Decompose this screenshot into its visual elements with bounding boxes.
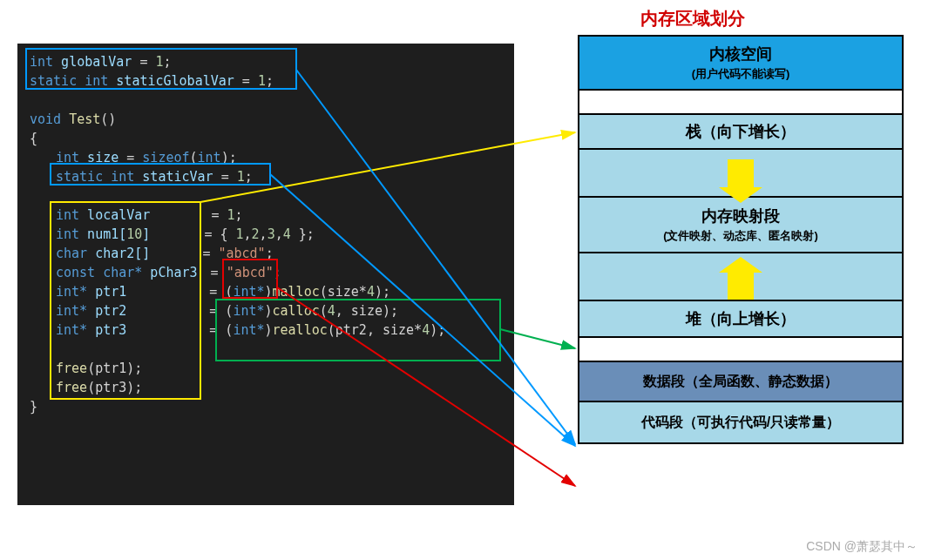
op: = (242, 73, 258, 89)
op: ; (234, 207, 242, 223)
num: 1 (237, 169, 245, 185)
op: = (211, 207, 227, 223)
op: (ptr3); (87, 380, 142, 395)
fn: malloc (273, 284, 320, 300)
num: 10 (126, 226, 142, 242)
num: 4 (283, 226, 291, 242)
kw: int* (56, 322, 87, 338)
kw: int (30, 54, 53, 70)
mem-kernel: 内核空间 (用户代码不能读写) (579, 37, 902, 91)
op: ; (266, 246, 274, 261)
op: , (244, 226, 252, 242)
kw: int* (233, 303, 264, 319)
brace: } (30, 399, 37, 415)
id: ptr2 (87, 303, 126, 319)
id: num1[ (79, 226, 126, 242)
op: = (202, 246, 218, 261)
mem-stack: 栈（向下增长） (579, 115, 902, 150)
mem-stack-arrow (579, 150, 902, 198)
memory-layout: 内核空间 (用户代码不能读写) 栈（向下增长） 内存映射段 (文件映射、动态库、… (578, 35, 904, 444)
op: ( (190, 150, 198, 165)
kw: int (198, 150, 221, 165)
op: ; (164, 54, 172, 70)
op: (size* (320, 284, 367, 300)
kw: int (56, 207, 79, 223)
heap-label: 堆（向上增长） (686, 308, 796, 329)
id: size (79, 150, 126, 165)
arrow-up-icon (728, 269, 754, 300)
kw: void (30, 111, 69, 127)
op: ); (375, 284, 390, 300)
op: = ( (209, 303, 233, 319)
code-panel: int globalVar = 1; static int staticGlob… (17, 44, 514, 505)
kw: static int (30, 73, 108, 89)
op: ) (265, 322, 273, 338)
op: = ( (209, 284, 233, 300)
id: globalVar (53, 54, 139, 70)
kw: sizeof (142, 150, 189, 165)
kw: int (56, 226, 79, 242)
num: 1 (258, 73, 266, 89)
op: , (275, 226, 283, 242)
op: ; (274, 265, 281, 280)
mem-mmap: 内存映射段 (文件映射、动态库、匿名映射) (579, 198, 902, 253)
num: 2 (252, 226, 260, 242)
watermark: CSDN @萧瑟其中～ (806, 539, 918, 555)
kw: int* (233, 284, 264, 300)
arrow-down-icon (728, 159, 754, 191)
op: (ptr2, size* (328, 322, 422, 338)
kw: static int (56, 169, 134, 185)
op: }; (291, 226, 315, 242)
op: = (211, 265, 227, 280)
kw: int* (56, 284, 87, 300)
kw: int* (56, 303, 87, 319)
op: ) (265, 303, 273, 319)
mem-gap2 (579, 338, 902, 362)
kernel-label: 内核空间 (709, 44, 772, 64)
fn: calloc (273, 303, 320, 319)
num: 4 (367, 284, 375, 300)
op: ) (265, 284, 273, 300)
op: = (221, 169, 237, 185)
kw: const char* (56, 265, 142, 280)
mem-gap (579, 91, 902, 115)
kw: char (56, 246, 87, 261)
kw: int (56, 150, 79, 165)
id: staticVar (134, 169, 220, 185)
str: "abcd" (227, 265, 274, 280)
str: "abcd" (218, 246, 265, 261)
op: , (260, 226, 268, 242)
num: 3 (268, 226, 275, 242)
op: ( (320, 303, 328, 319)
mem-heap-arrow (579, 253, 902, 301)
fn: free (56, 361, 87, 376)
id: staticGlobalVar (108, 73, 242, 89)
op: ; (245, 169, 253, 185)
id: pChar3 (142, 265, 197, 280)
fn: free (56, 380, 87, 395)
op: () (100, 111, 116, 127)
diagram-title: 内存区域划分 (640, 7, 745, 30)
mem-heap: 堆（向上增长） (579, 301, 902, 338)
id: ptr3 (87, 322, 126, 338)
op: = ( (209, 322, 233, 338)
fn: realloc (273, 322, 328, 338)
id: char2[] (87, 246, 150, 261)
brace: { (30, 131, 37, 146)
data-label: 数据段（全局函数、静态数据） (643, 373, 838, 391)
op: , size); (335, 303, 398, 319)
num: 1 (156, 54, 164, 70)
mem-data: 数据段（全局函数、静态数据） (579, 362, 902, 402)
op: ); (430, 322, 445, 338)
kernel-sub: (用户代码不能读写) (692, 66, 790, 82)
mmap-label: 内存映射段 (701, 206, 780, 226)
stack-label: 栈（向下增长） (686, 121, 796, 142)
op: (ptr1); (87, 361, 142, 376)
num: 1 (236, 226, 244, 242)
op: ); (221, 150, 237, 165)
num: 4 (328, 303, 335, 319)
kw: int* (233, 322, 264, 338)
id: ] (142, 226, 150, 242)
num: 4 (422, 322, 430, 338)
id: localVar (79, 207, 150, 223)
